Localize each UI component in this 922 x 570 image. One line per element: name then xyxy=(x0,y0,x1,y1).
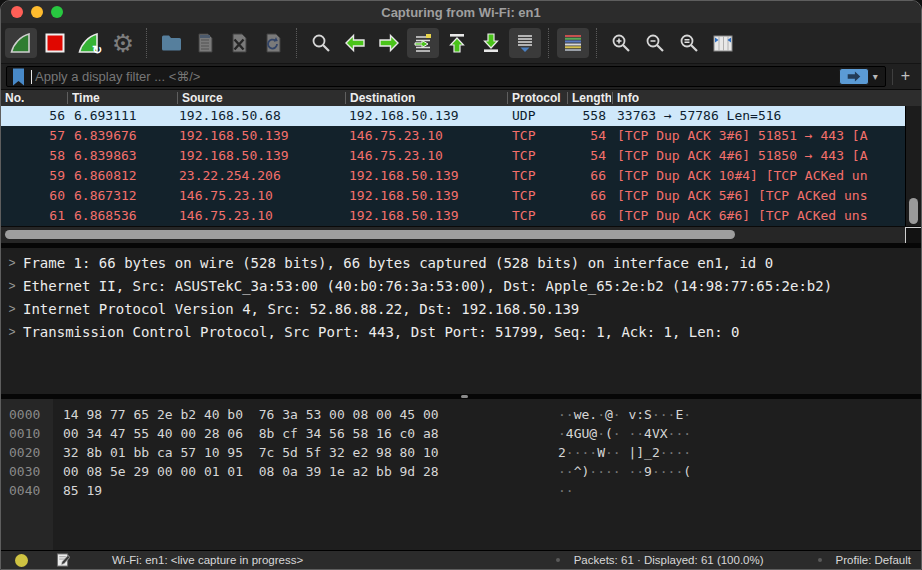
cell-time: 6.839676 xyxy=(74,126,174,146)
packet-row[interactable]: 60 6.867312 146.75.23.10 192.168.50.139 … xyxy=(1,186,921,206)
cell-length: 54 xyxy=(544,146,606,166)
colorize-packets-button[interactable] xyxy=(557,28,589,58)
column-header-protocol[interactable]: Protocol xyxy=(512,90,561,106)
column-header-source[interactable]: Source xyxy=(182,90,223,106)
zoom-out-icon xyxy=(644,32,666,54)
open-file-button[interactable] xyxy=(155,28,187,58)
apply-filter-button[interactable] xyxy=(839,68,869,85)
capture-comment-icon[interactable] xyxy=(56,552,70,568)
detail-line[interactable]: > Frame 1: 66 bytes on wire (528 bits), … xyxy=(1,251,921,274)
cell-protocol: TCP xyxy=(512,206,544,226)
column-header-length[interactable]: Length xyxy=(572,90,611,106)
last-packet-button[interactable] xyxy=(475,28,507,58)
packet-row[interactable]: 57 6.839676 192.168.50.139 146.75.23.10 … xyxy=(1,126,921,146)
hex-row[interactable]: 0000 14 98 77 65 2e b2 40 b0 76 3a 53 00… xyxy=(1,405,921,424)
scrollbar-corner xyxy=(905,227,921,243)
wireshark-window: Capturing from Wi-Fi: en1 ↻ ⚙ xyxy=(0,0,922,570)
column-header-time[interactable]: Time xyxy=(72,90,100,106)
vertical-scrollbar[interactable] xyxy=(905,106,921,226)
packet-row[interactable]: 58 6.839863 192.168.50.139 146.75.23.10 … xyxy=(1,146,921,166)
hex-row[interactable]: 0010 00 34 47 55 40 00 28 06 8b cf 34 56… xyxy=(1,424,921,443)
reload-file-button[interactable] xyxy=(257,28,289,58)
detail-line[interactable]: > Internet Protocol Version 4, Src: 52.8… xyxy=(1,297,921,320)
window-title: Capturing from Wi-Fi: en1 xyxy=(1,5,921,20)
cell-no: 57 xyxy=(1,126,65,146)
hex-bytes: 85 19 xyxy=(63,481,102,500)
stop-capture-button[interactable] xyxy=(39,28,71,58)
column-header-destination[interactable]: Destination xyxy=(350,90,415,106)
vertical-scrollbar-thumb[interactable] xyxy=(909,198,918,224)
reload-icon xyxy=(262,32,284,54)
previous-packet-button[interactable] xyxy=(339,28,371,58)
cell-destination: 192.168.50.139 xyxy=(349,166,505,186)
cell-length: 558 xyxy=(544,106,606,126)
folder-icon xyxy=(160,32,183,54)
auto-scroll-button[interactable] xyxy=(509,28,541,58)
hex-bytes: 14 98 77 65 2e b2 40 b0 76 3a 53 00 08 0… xyxy=(63,405,439,424)
packet-row[interactable]: 61 6.868536 146.75.23.10 192.168.50.139 … xyxy=(1,206,921,226)
packet-row[interactable]: 59 6.860812 23.22.254.206 192.168.50.139… xyxy=(1,166,921,186)
expert-info-icon[interactable] xyxy=(15,554,28,567)
horizontal-scrollbar-thumb[interactable] xyxy=(5,230,735,239)
hex-row[interactable]: 0030 00 08 5e 29 00 00 01 01 08 0a 39 1e… xyxy=(1,462,921,481)
cell-source: 23.22.254.206 xyxy=(179,166,344,186)
zoom-out-button[interactable] xyxy=(639,28,671,58)
column-divider[interactable] xyxy=(567,92,568,104)
resize-columns-button[interactable] xyxy=(707,28,739,58)
cell-no: 59 xyxy=(1,166,65,186)
next-packet-button[interactable] xyxy=(373,28,405,58)
expand-chevron-icon[interactable]: > xyxy=(1,302,23,316)
cell-info: [TCP Dup ACK 10#4] [TCP ACKed un xyxy=(617,166,904,186)
save-file-button[interactable] xyxy=(189,28,221,58)
restart-capture-button[interactable]: ↻ xyxy=(73,28,105,58)
hex-ascii: ··^)···· ··9····( xyxy=(558,462,691,481)
column-divider[interactable] xyxy=(67,92,68,104)
capture-options-button[interactable]: ⚙ xyxy=(107,28,139,58)
find-packet-button[interactable] xyxy=(305,28,337,58)
column-header-no[interactable]: No. xyxy=(5,90,24,106)
packet-row[interactable]: 56 6.693111 192.168.50.68 192.168.50.139… xyxy=(1,106,921,126)
expand-chevron-icon[interactable]: > xyxy=(1,279,23,293)
pane-splitter[interactable] xyxy=(1,243,921,248)
zoom-in-button[interactable] xyxy=(605,28,637,58)
detail-line[interactable]: > Transmission Control Protocol, Src Por… xyxy=(1,320,921,343)
packet-counts: Packets: 61 · Displayed: 61 (100.0%) xyxy=(574,554,764,566)
filter-placeholder: Apply a display filter ... <⌘/> xyxy=(35,69,839,84)
filter-dropdown-caret[interactable]: ▾ xyxy=(873,71,878,82)
column-divider[interactable] xyxy=(507,92,508,104)
start-capture-button[interactable] xyxy=(5,28,37,58)
cell-source: 146.75.23.10 xyxy=(179,186,344,206)
horizontal-scrollbar[interactable] xyxy=(1,226,921,243)
cell-destination: 192.168.50.139 xyxy=(349,206,505,226)
filter-bookmark-icon[interactable] xyxy=(10,67,27,87)
cell-protocol: TCP xyxy=(512,166,544,186)
stop-icon xyxy=(44,32,66,54)
hex-offset: 0010 xyxy=(9,424,40,443)
auto-scroll-icon xyxy=(514,32,536,54)
profile-label[interactable]: Profile: Default xyxy=(836,554,911,566)
go-to-packet-button[interactable] xyxy=(407,28,439,58)
save-file-icon xyxy=(194,32,216,54)
column-divider[interactable] xyxy=(345,92,346,104)
colorize-icon xyxy=(562,32,584,54)
zoom-reset-button[interactable] xyxy=(673,28,705,58)
cell-protocol: TCP xyxy=(512,186,544,206)
close-file-button[interactable] xyxy=(223,28,255,58)
hex-row[interactable]: 0020 32 8b 01 bb ca 57 10 95 7c 5d 5f 32… xyxy=(1,443,921,462)
splitter-handle[interactable] xyxy=(461,395,468,398)
column-divider[interactable] xyxy=(177,92,178,104)
hex-bytes: 00 34 47 55 40 00 28 06 8b cf 34 56 58 1… xyxy=(63,424,439,443)
expand-chevron-icon[interactable]: > xyxy=(1,325,23,339)
cell-length: 54 xyxy=(544,126,606,146)
resize-columns-icon xyxy=(712,32,734,54)
expand-chevron-icon[interactable]: > xyxy=(1,256,23,270)
detail-text: Transmission Control Protocol, Src Port:… xyxy=(23,324,739,340)
add-filter-button[interactable]: + xyxy=(899,68,916,86)
column-divider[interactable] xyxy=(612,92,613,104)
hex-row[interactable]: 0040 85 19 ·· xyxy=(1,481,921,500)
cell-destination: 146.75.23.10 xyxy=(349,126,505,146)
detail-line[interactable]: > Ethernet II, Src: ASUSTekC_3a:53:00 (4… xyxy=(1,274,921,297)
first-packet-button[interactable] xyxy=(441,28,473,58)
column-header-info[interactable]: Info xyxy=(617,90,639,106)
display-filter-input[interactable]: Apply a display filter ... <⌘/> ▾ xyxy=(6,66,886,87)
